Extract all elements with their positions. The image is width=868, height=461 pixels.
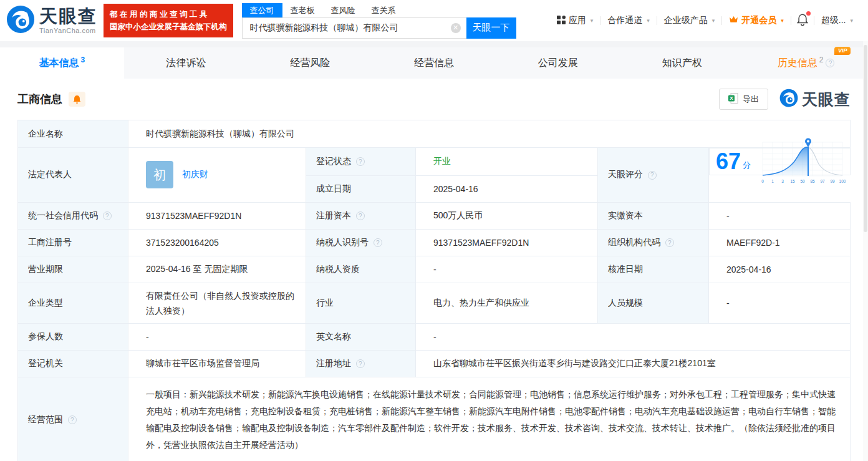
vip-badge: VIP [834, 47, 851, 55]
watermark-text: 天眼查 [802, 89, 851, 110]
tab-legal-label: 法律诉讼 [166, 57, 206, 70]
chevron-down-icon: ▾ [647, 17, 650, 24]
industry-label: 行业 [306, 283, 416, 323]
business-info-table: 企业名称 时代骐骥新能源科技（聊城）有限公司 法定代表人 初 初庆财 登记状态 … [17, 120, 851, 461]
help-icon[interactable]: ? [665, 238, 674, 247]
reg-authority-label: 登记机关 [18, 350, 128, 377]
score-label: 天眼评分 [608, 169, 643, 179]
legal-rep-name-link[interactable]: 初庆财 [182, 169, 208, 180]
staff-size-label: 人员规模 [598, 283, 709, 323]
reg-status-value: 开业 [416, 148, 598, 176]
clear-search-icon[interactable]: ✕ [451, 23, 461, 33]
search-input[interactable] [243, 18, 466, 38]
credit-code-value: 91371523MAEFF92D1N [128, 202, 306, 229]
company-name-label: 企业名称 [18, 120, 128, 148]
help-icon[interactable]: ? [374, 238, 382, 247]
tianyancha-logo[interactable]: 天眼查 TianYanCha.com [6, 5, 97, 36]
chevron-down-icon: ▾ [591, 17, 594, 24]
reg-capital-label: 注册资本 [316, 210, 351, 220]
chevron-down-icon: ▾ [712, 17, 715, 24]
promo-banner: 都在用的商业查询工具 国家中小企业发展子基金旗下机构 [104, 4, 233, 37]
help-icon[interactable]: ? [356, 157, 365, 166]
tab-company-development[interactable]: 公司发展 [496, 47, 620, 79]
legal-rep-value: 初 初庆财 [128, 148, 306, 203]
tab-operating-risk[interactable]: 经营风险 [248, 47, 372, 79]
score-distribution-chart: 0 1 3 15 50 85 97 99 100 [759, 136, 847, 188]
score-label-cell: 天眼评分 ? [598, 148, 709, 203]
menu-vip[interactable]: 开通会员 ▾ [725, 15, 788, 26]
reg-number-label: 工商注册号 [18, 229, 128, 256]
help-icon[interactable]: ? [356, 211, 365, 220]
tab-intellectual-property-label: 知识产权 [662, 57, 702, 70]
help-icon[interactable]: ? [103, 211, 112, 220]
help-icon[interactable]: ? [68, 415, 77, 424]
reg-capital-value: 500万人民币 [416, 202, 598, 229]
tab-legal[interactable]: 法律诉讼 [124, 47, 248, 79]
score-tick: 100 [839, 179, 846, 183]
row-credit-code: 统一社会信用代码 ? 91371523MAEFF92D1N 注册资本 ? 500… [18, 202, 851, 229]
search-tab-risk[interactable]: 查风险 [323, 3, 364, 17]
subscribe-bell-icon[interactable] [69, 92, 85, 107]
help-icon[interactable]: ? [356, 359, 365, 368]
legal-rep-label: 法定代表人 [18, 148, 128, 203]
menu-divider [721, 16, 722, 25]
score-tick: 3 [781, 179, 784, 183]
tab-history[interactable]: VIP 历史信息 2 ? [744, 47, 868, 79]
legal-rep-avatar[interactable]: 初 [146, 161, 173, 188]
reg-status-label-cell: 登记状态 ? [306, 148, 416, 176]
tab-intellectual-property[interactable]: 知识产权 [620, 47, 744, 79]
english-name-value: - [416, 323, 851, 350]
business-scope-label: 经营范围 [28, 414, 63, 424]
scrollbar[interactable] [863, 41, 868, 461]
score-unit: 分 [743, 160, 751, 171]
menu-apps-label: 应用 [569, 15, 586, 26]
export-button-label: 导出 [743, 94, 759, 105]
help-icon[interactable]: ? [648, 171, 657, 180]
score-tick: 97 [820, 179, 825, 183]
search-button[interactable]: 天眼一下 [466, 17, 516, 39]
row-reg-authority: 登记机关 聊城市茌平区市场监督管理局 注册地址 ? 山东省聊城市茌平区振兴街道枣… [18, 350, 851, 377]
scrollbar-thumb[interactable] [864, 45, 867, 232]
industry-value: 电力、热力生产和供应业 [416, 283, 598, 323]
tab-basic-info[interactable]: 基本信息 3 [0, 47, 124, 79]
insured-value: - [128, 323, 306, 350]
reg-capital-label-cell: 注册资本 ? [306, 202, 416, 229]
menu-divider [600, 16, 600, 25]
score-tick: 85 [810, 179, 815, 183]
help-icon[interactable]: ? [826, 59, 834, 67]
establish-date-value: 2025-04-16 [416, 175, 598, 202]
top-header: 天眼查 TianYanCha.com 都在用的商业查询工具 国家中小企业发展子基… [0, 0, 868, 41]
search-tab-relation[interactable]: 查关系 [364, 3, 404, 17]
insured-label: 参保人数 [18, 323, 128, 350]
tab-business-info[interactable]: 经营信息 [372, 47, 496, 79]
tab-operating-risk-label: 经营风险 [290, 57, 330, 70]
menu-vip-label: 开通会员 [741, 15, 776, 26]
reg-status-label: 登记状态 [316, 156, 351, 166]
menu-partner[interactable]: 合作通道 ▾ [604, 15, 653, 26]
logo-swirl-icon [6, 5, 35, 36]
export-button[interactable]: X 导出 [719, 89, 768, 110]
logo-domain: TianYanCha.com [39, 27, 97, 34]
menu-divider [657, 16, 657, 25]
menu-enterprise[interactable]: 企业级产品 ▾ [660, 15, 719, 26]
menu-account[interactable]: 超级... ▾ [817, 15, 857, 26]
logo-swirl-icon [779, 89, 798, 110]
search-block: 查公司 查老板 查风险 查关系 ✕ 天眼一下 [242, 3, 516, 39]
search-tab-company[interactable]: 查公司 [242, 3, 282, 17]
reg-authority-value: 聊城市茌平区市场监督管理局 [128, 350, 306, 377]
menu-partner-label: 合作通道 [607, 15, 642, 26]
approval-date-label: 核准日期 [598, 256, 709, 283]
row-company-type: 企业类型 有限责任公司（非自然人投资或控股的法人独资） 行业 电力、热力生产和供… [18, 283, 851, 323]
score-value-cell: 67 分 [709, 148, 851, 175]
business-term-label: 营业期限 [18, 256, 128, 283]
menu-apps[interactable]: 应用 ▾ [553, 15, 597, 26]
row-business-term: 营业期限 2025-04-16 至 无固定期限 纳税人资质 - 核准日期 202… [18, 256, 851, 283]
notification-bell-icon[interactable] [794, 14, 811, 28]
score-tick: 50 [800, 179, 805, 183]
row-insured: 参保人数 - 英文名称 - [18, 323, 851, 350]
reg-address-label-cell: 注册地址 ? [306, 350, 416, 377]
notification-dot [806, 11, 811, 16]
search-tab-boss[interactable]: 查老板 [282, 3, 323, 17]
english-name-label: 英文名称 [306, 323, 416, 350]
establish-date-label: 成立日期 [306, 175, 416, 202]
